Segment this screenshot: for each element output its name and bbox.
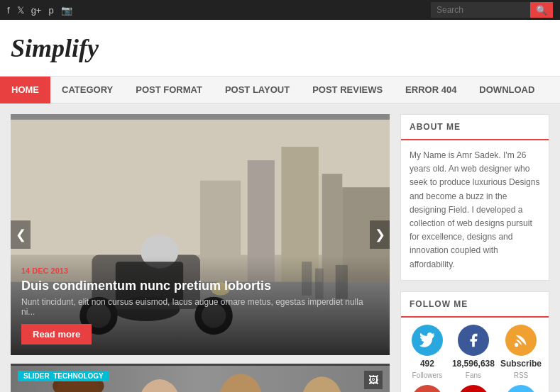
preview-strip: 2 2 2 2 SLIDER TECHNOLOGY 🖼 <box>11 364 390 392</box>
svg-point-27 <box>515 342 519 347</box>
nav-post-layout[interactable]: POST LAYOUT <box>214 77 301 103</box>
nav-post-format[interactable]: POST FORMAT <box>124 77 214 103</box>
follow-widget-title: FOLLOW ME <box>401 292 549 318</box>
follow-rss[interactable]: Subscribe RSS <box>500 325 542 379</box>
follow-grid: 492 Followers 18,596,638 Fans Subs <box>401 318 549 392</box>
follow-vimeo[interactable]: V 1,215 Subscribers <box>500 385 542 392</box>
rss-count: Subscribe <box>500 359 542 369</box>
facebook-count: 18,596,638 <box>452 359 495 369</box>
facebook-topbar-icon[interactable]: f <box>7 5 10 16</box>
twitter-icon <box>412 325 443 356</box>
about-widget-body: My Name is Amr Sadek. I'm 26 years old. … <box>401 140 549 280</box>
main-nav: HOME CATEGORY POST FORMAT POST LAYOUT PO… <box>0 77 560 103</box>
sidebar: ABOUT ME My Name is Amr Sadek. I'm 26 ye… <box>400 114 549 392</box>
follow-twitter[interactable]: 492 Followers <box>408 325 446 379</box>
slider-next-button[interactable]: ❯ <box>370 220 390 249</box>
social-icons-bar: f 𝕏 g+ p 📷 <box>7 5 72 16</box>
content-area: ❮ 14 DEC 2013 Duis condimentum nunc pret… <box>11 114 390 392</box>
hero-date: 14 DEC 2013 <box>21 267 379 275</box>
search-button[interactable]: 🔍 <box>530 2 553 18</box>
twitter-topbar-icon[interactable]: 𝕏 <box>17 5 24 16</box>
preview-media-icon[interactable]: 🖼 <box>364 371 383 389</box>
instagram-topbar-icon[interactable]: 📷 <box>61 5 72 16</box>
hero-title: Duis condimentum nunc pretium lobortis <box>21 279 379 293</box>
nav-download[interactable]: DOWNLOAD <box>468 77 546 103</box>
read-more-button[interactable]: Read more <box>21 324 92 345</box>
vimeo-icon: V <box>505 385 537 392</box>
badge-slider: SLIDER <box>23 372 50 380</box>
about-widget-title: ABOUT ME <box>401 115 549 140</box>
rss-icon <box>505 325 537 356</box>
follow-widget: FOLLOW ME 492 Followers 18,596,638 F <box>400 291 549 392</box>
facebook-label: Fans <box>466 371 481 379</box>
hero-overlay: 14 DEC 2013 Duis condimentum nunc pretiu… <box>11 256 390 355</box>
facebook-icon <box>458 325 489 356</box>
slider-prev-button[interactable]: ❮ <box>11 220 31 249</box>
preview-category-badge[interactable]: SLIDER TECHNOLOGY <box>18 371 109 381</box>
top-bar: f 𝕏 g+ p 📷 🔍 <box>0 0 560 20</box>
hero-slider: ❮ 14 DEC 2013 Duis condimentum nunc pret… <box>11 114 390 355</box>
pinterest-topbar-icon[interactable]: p <box>48 5 53 16</box>
youtube-icon <box>458 385 489 392</box>
main-layout: ❮ 14 DEC 2013 Duis condimentum nunc pret… <box>0 103 560 392</box>
nav-error-404[interactable]: ERROR 404 <box>394 77 468 103</box>
about-widget: ABOUT ME My Name is Amr Sadek. I'm 26 ye… <box>400 114 549 281</box>
twitter-count: 492 <box>420 359 434 369</box>
badge-technology: TECHNOLOGY <box>53 372 104 380</box>
follow-youtube[interactable]: 419,205 Subscribers <box>452 385 495 392</box>
top-search: 🔍 <box>431 2 553 18</box>
rss-label: RSS <box>514 371 529 379</box>
nav-home[interactable]: HOME <box>0 77 50 103</box>
follow-facebook[interactable]: 18,596,638 Fans <box>452 325 495 379</box>
search-input[interactable] <box>431 2 530 18</box>
follow-google[interactable]: g+ 8,183,683 Followers <box>408 385 446 392</box>
hero-excerpt: Nunt tincidunt, elit non cursus euismod,… <box>21 297 379 317</box>
twitter-label: Followers <box>412 371 443 379</box>
header: Simplify <box>0 20 560 77</box>
hero-date-text: 14 DEC 2013 <box>21 267 68 275</box>
nav-post-reviews[interactable]: POST REVIEWS <box>301 77 394 103</box>
google-icon: g+ <box>412 385 443 392</box>
google-topbar-icon[interactable]: g+ <box>31 5 42 16</box>
about-text: My Name is Amr Sadek. I'm 26 years old. … <box>410 149 540 271</box>
site-logo[interactable]: Simplify <box>11 33 99 63</box>
nav-category[interactable]: CATEGORY <box>50 77 124 103</box>
